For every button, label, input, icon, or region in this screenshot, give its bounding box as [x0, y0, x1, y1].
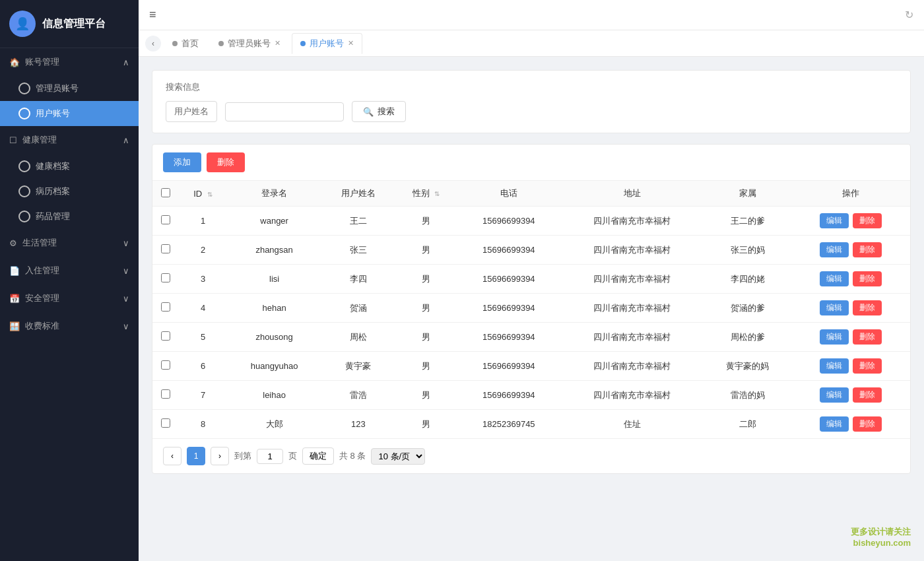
row-phone: 15696699394 [457, 236, 560, 265]
row-checkbox[interactable] [161, 302, 170, 312]
gender-sort-icon[interactable]: ⇅ [434, 190, 440, 197]
edit-button[interactable]: 编辑 [820, 242, 849, 257]
goto-label: 到第 [234, 450, 251, 462]
row-checkbox[interactable] [161, 331, 170, 341]
row-delete-button[interactable]: 删除 [853, 300, 882, 315]
total-count: 共 8 条 [339, 450, 366, 462]
tab-user-close[interactable]: ✕ [348, 39, 354, 48]
edit-button[interactable]: 编辑 [820, 329, 849, 345]
row-delete-button[interactable]: 删除 [853, 387, 882, 403]
search-input[interactable] [225, 102, 344, 121]
add-button[interactable]: 添加 [163, 152, 201, 172]
row-checkbox[interactable] [161, 273, 170, 282]
row-family: 周松的爹 [704, 323, 791, 352]
sidebar-item-medicine[interactable]: 药品管理 [0, 204, 139, 229]
row-actions: 编辑 删除 [791, 294, 910, 323]
row-family: 李四的姥 [704, 265, 791, 294]
col-id: ID ⇅ [179, 181, 227, 207]
table-body: 1 wanger 王二 男 15696699394 四川省南充市幸福村 王二的爹… [152, 207, 910, 439]
row-checkbox[interactable] [161, 389, 170, 399]
row-checkbox-cell [152, 352, 179, 381]
row-gender: 男 [395, 207, 457, 236]
row-phone: 15696699394 [457, 381, 560, 410]
row-delete-button[interactable]: 删除 [853, 271, 882, 286]
prev-page-btn[interactable]: ‹ [163, 447, 182, 465]
sidebar-group-health-label: 健康管理 [22, 134, 57, 146]
per-page-select[interactable]: 10 条/页 20 条/页 50 条/页 [371, 448, 425, 465]
col-phone: 电话 [457, 181, 560, 207]
edit-button[interactable]: 编辑 [820, 387, 849, 403]
user-account-icon [18, 108, 30, 119]
tab-admin-account[interactable]: 管理员账号 ✕ [210, 33, 289, 54]
sidebar-item-user-account-label: 用户账号 [36, 108, 70, 119]
tab-user-account[interactable]: 用户账号 ✕ [292, 33, 362, 54]
table-row: 4 hehan 贺涵 男 15696699394 四川省南充市幸福村 贺涵的爹 … [152, 294, 910, 323]
goto-confirm-btn[interactable]: 确定 [302, 447, 334, 465]
edit-button[interactable]: 编辑 [820, 300, 849, 315]
row-actions: 编辑 删除 [791, 207, 910, 236]
sidebar-group-fees[interactable]: 🪟 收费标准 ∨ [0, 312, 139, 340]
sidebar-group-admission[interactable]: 📄 入住管理 ∨ [0, 257, 139, 284]
sidebar-group-health[interactable]: ☐ 健康管理 ∧ [0, 126, 139, 154]
row-address: 四川省南充市幸福村 [560, 323, 704, 352]
edit-button[interactable]: 编辑 [820, 213, 849, 228]
row-delete-button[interactable]: 删除 [853, 358, 882, 374]
row-delete-button[interactable]: 删除 [853, 213, 882, 228]
edit-button[interactable]: 编辑 [820, 271, 849, 286]
row-gender: 男 [395, 410, 457, 439]
row-delete-button[interactable]: 删除 [853, 416, 882, 432]
row-actions: 编辑 删除 [791, 381, 910, 410]
col-address: 地址 [560, 181, 704, 207]
search-label: 用户姓名 [166, 101, 217, 122]
col-name: 用户姓名 [321, 181, 395, 207]
tabs-bar: ‹ 首页 管理员账号 ✕ 用户账号 ✕ [139, 30, 924, 57]
page-1-btn[interactable]: 1 [187, 447, 205, 465]
sidebar-group-security[interactable]: 📅 安全管理 ∨ [0, 284, 139, 312]
row-delete-button[interactable]: 删除 [853, 242, 882, 257]
sidebar-item-health-records[interactable]: 健康档案 [0, 154, 139, 179]
tab-admin-close[interactable]: ✕ [275, 39, 280, 48]
search-button[interactable]: 🔍 搜索 [352, 101, 406, 122]
row-delete-button[interactable]: 删除 [853, 329, 882, 345]
sidebar-item-user-account[interactable]: 用户账号 [0, 101, 139, 126]
row-name: 王二 [321, 207, 395, 236]
row-family: 二郎 [704, 410, 791, 439]
sidebar-group-account-label: 账号管理 [25, 56, 59, 68]
table-row: 2 zhangsan 张三 男 15696699394 四川省南充市幸福村 张三… [152, 236, 910, 265]
page-unit: 页 [288, 450, 297, 462]
tab-home-dot [172, 41, 178, 46]
row-address: 四川省南充市幸福村 [560, 381, 704, 410]
row-checkbox[interactable] [161, 215, 170, 224]
row-checkbox[interactable] [161, 244, 170, 253]
sidebar-group-account[interactable]: 🏠 账号管理 ∧ [0, 48, 139, 76]
sidebar-group-life[interactable]: ⚙ 生活管理 ∨ [0, 229, 139, 257]
chevron-down-icon-security: ∨ [123, 294, 129, 304]
next-page-btn[interactable]: › [211, 447, 229, 465]
row-checkbox-cell [152, 236, 179, 265]
sidebar-item-admin-account[interactable]: 管理员账号 [0, 76, 139, 101]
batch-delete-button[interactable]: 删除 [207, 152, 245, 172]
select-all-checkbox[interactable] [161, 188, 170, 197]
goto-page-input[interactable] [257, 449, 283, 464]
row-address: 四川省南充市幸福村 [560, 236, 704, 265]
chevron-down-icon-admission: ∨ [123, 266, 129, 276]
refresh-icon[interactable]: ↻ [905, 9, 913, 21]
row-family: 王二的爹 [704, 207, 791, 236]
menu-icon[interactable]: ≡ [149, 8, 156, 22]
row-checkbox[interactable] [161, 418, 170, 428]
row-address: 四川省南充市幸福村 [560, 207, 704, 236]
tab-user-dot [300, 41, 306, 46]
sidebar-item-medical-records[interactable]: 病历档案 [0, 179, 139, 204]
edit-button[interactable]: 编辑 [820, 416, 849, 432]
sidebar: 👤 信息管理平台 🏠 账号管理 ∧ 管理员账号 用户账号 ☐ 健康管理 ∧ 健康… [0, 0, 139, 561]
id-sort-icon[interactable]: ⇅ [207, 191, 213, 198]
tab-home[interactable]: 首页 [164, 33, 207, 54]
row-checkbox[interactable] [161, 360, 170, 370]
table-row: 1 wanger 王二 男 15696699394 四川省南充市幸福村 王二的爹… [152, 207, 910, 236]
edit-button[interactable]: 编辑 [820, 358, 849, 374]
sidebar-logo: 👤 信息管理平台 [0, 0, 139, 48]
tab-prev-btn[interactable]: ‹ [145, 36, 161, 51]
chevron-up-icon: ∧ [123, 57, 129, 67]
row-name: 李四 [321, 265, 395, 294]
row-checkbox-cell [152, 323, 179, 352]
